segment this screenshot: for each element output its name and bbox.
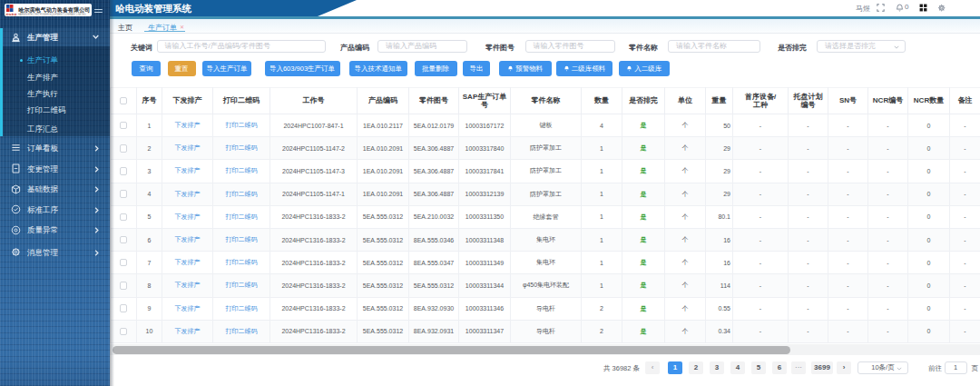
svg-text:HARBIN ELECTRIC POWER EQUIPMEN: HARBIN ELECTRIC POWER EQUIPMENT COMPANY … bbox=[18, 13, 86, 16]
svg-text:哈电集团: 哈电集团 bbox=[5, 13, 16, 16]
svg-text:哈尔滨电气动力装备有限公司: 哈尔滨电气动力装备有限公司 bbox=[18, 6, 90, 14]
